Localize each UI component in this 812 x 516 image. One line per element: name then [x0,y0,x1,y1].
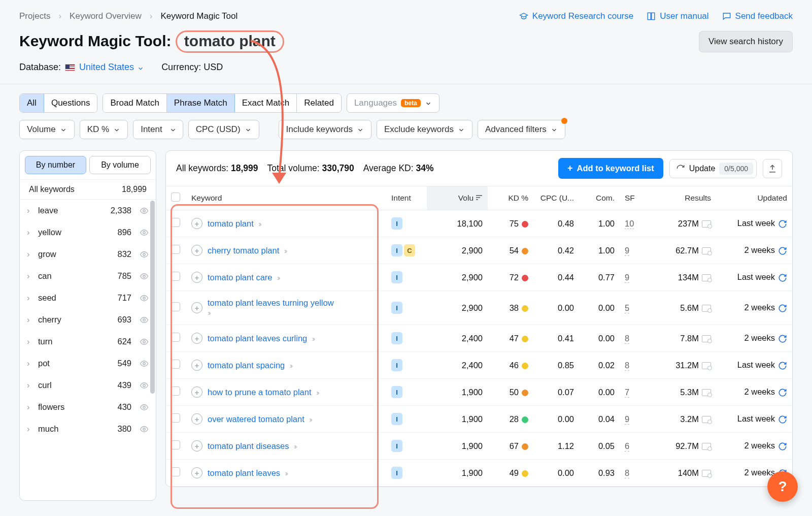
serp-icon[interactable] [702,220,711,228]
serp-icon[interactable] [702,443,711,450]
add-keyword-icon[interactable]: + [191,272,202,283]
serp-icon[interactable] [702,335,711,342]
link-research-course[interactable]: Keyword Research course [519,11,633,21]
sidebar-item[interactable]: › cherry 693 [20,309,156,331]
row-checkbox[interactable] [171,272,180,281]
sidebar-item[interactable]: › leave 2,338 [20,200,156,221]
row-checkbox[interactable] [171,302,180,311]
cell-sf[interactable]: 8 [625,468,629,478]
sidebar-item[interactable]: › turn 624 [20,331,156,352]
seg-related[interactable]: Related [297,94,341,112]
seg-all[interactable]: All [20,94,44,112]
refresh-icon[interactable] [778,361,787,370]
sidebar-tab-by-number[interactable]: By number [25,156,86,174]
refresh-icon[interactable] [778,246,787,255]
filter-intent[interactable]: Intent [133,120,183,139]
seg-phrase[interactable]: Phrase Match [167,94,235,112]
keyword-link[interactable]: cherry tomato plant [208,246,279,255]
refresh-icon[interactable] [778,304,787,313]
refresh-icon[interactable] [778,388,787,397]
refresh-icon[interactable] [778,219,787,229]
col-intent[interactable]: Intent [386,186,427,210]
languages-dropdown[interactable]: Languages beta [347,93,439,113]
add-keyword-icon[interactable]: + [191,440,202,452]
keyword-link[interactable]: tomato plant leaves turning yellow [208,298,334,307]
sidebar-item[interactable]: › curl 439 [20,374,156,396]
sidebar-item[interactable]: › much 380 [20,418,156,440]
keyword-link[interactable]: tomato plant leaves curling [208,334,307,343]
add-keyword-icon[interactable]: + [191,467,202,478]
keyword-link[interactable]: tomato plant care [208,273,273,282]
filter-volume[interactable]: Volume [19,120,75,139]
scrollbar[interactable] [150,201,155,394]
add-keyword-icon[interactable]: + [191,386,202,398]
seg-exact[interactable]: Exact Match [235,94,297,112]
filter-include[interactable]: Include keywords [279,120,371,139]
row-checkbox[interactable] [171,360,180,369]
serp-icon[interactable] [702,389,711,396]
add-keyword-icon[interactable]: + [191,302,202,313]
refresh-icon[interactable] [778,273,787,282]
cell-sf[interactable]: 7 [625,388,629,398]
add-to-keyword-list-button[interactable]: + Add to keyword list [558,158,663,179]
row-checkbox[interactable] [171,333,180,342]
row-checkbox[interactable] [171,467,180,476]
seg-questions[interactable]: Questions [44,94,97,112]
breadcrumb-overview[interactable]: Keyword Overview [70,11,142,21]
row-checkbox[interactable] [171,413,180,423]
sidebar-tab-by-volume[interactable]: By volume [89,156,151,174]
cell-sf[interactable]: 8 [625,361,629,371]
row-checkbox[interactable] [171,386,180,396]
serp-icon[interactable] [702,274,711,281]
refresh-icon[interactable] [778,334,787,343]
filter-cpc[interactable]: CPC (USD) [188,120,259,139]
cell-sf[interactable]: 9 [625,273,629,283]
sidebar-item[interactable]: › seed 717 [20,287,156,309]
filter-kd[interactable]: KD % [80,120,128,139]
refresh-icon[interactable] [778,415,787,424]
refresh-icon[interactable] [778,442,787,451]
col-volume[interactable]: Volu [427,186,488,210]
sidebar-item[interactable]: › can 785 [20,265,156,287]
add-keyword-icon[interactable]: + [191,413,202,425]
keyword-link[interactable]: tomato plant spacing [208,361,285,370]
export-button[interactable] [763,159,782,178]
row-checkbox[interactable] [171,440,180,449]
col-updated[interactable]: Updated [716,186,792,210]
sidebar-item[interactable]: › yellow 896 [20,221,156,243]
serp-icon[interactable] [702,305,711,312]
link-user-manual[interactable]: User manual [647,11,708,21]
cell-sf[interactable]: 8 [625,334,629,344]
filter-advanced[interactable]: Advanced filters [478,120,565,139]
col-cpc[interactable]: CPC (U... [533,186,579,210]
cell-sf[interactable]: 9 [625,246,629,256]
keyword-link[interactable]: tomato plant leaves [208,468,280,477]
sidebar-item[interactable]: › pot 549 [20,352,156,374]
keyword-link[interactable]: tomato plant [208,219,254,228]
serp-icon[interactable] [702,416,711,423]
seg-broad[interactable]: Broad Match [103,94,166,112]
checkbox-all[interactable] [171,192,180,202]
breadcrumb-projects[interactable]: Projects [19,11,50,21]
keyword-link[interactable]: how to prune a tomato plant [208,388,312,397]
row-checkbox[interactable] [171,245,180,254]
help-fab-button[interactable]: ? [767,471,798,502]
serp-icon[interactable] [702,247,711,254]
add-keyword-icon[interactable]: + [191,218,202,229]
sidebar-item[interactable]: › flowers 430 [20,396,156,418]
col-kd[interactable]: KD % [488,186,533,210]
keyword-link[interactable]: tomato plant diseases [208,441,289,450]
cell-sf[interactable]: 6 [625,441,629,452]
sidebar-item[interactable]: › grow 832 [20,243,156,265]
view-history-button[interactable]: View search history [699,31,793,52]
update-button[interactable]: Update 0/5,000 [669,159,757,178]
cell-sf[interactable]: 5 [625,303,629,313]
keyword-link[interactable]: over watered tomato plant [208,414,304,424]
add-keyword-icon[interactable]: + [191,333,202,344]
col-sf[interactable]: SF [620,186,650,210]
add-keyword-icon[interactable]: + [191,360,202,371]
add-keyword-icon[interactable]: + [191,245,202,256]
row-checkbox[interactable] [171,218,180,227]
col-com[interactable]: Com. [579,186,620,210]
link-send-feedback[interactable]: Send feedback [722,11,793,21]
